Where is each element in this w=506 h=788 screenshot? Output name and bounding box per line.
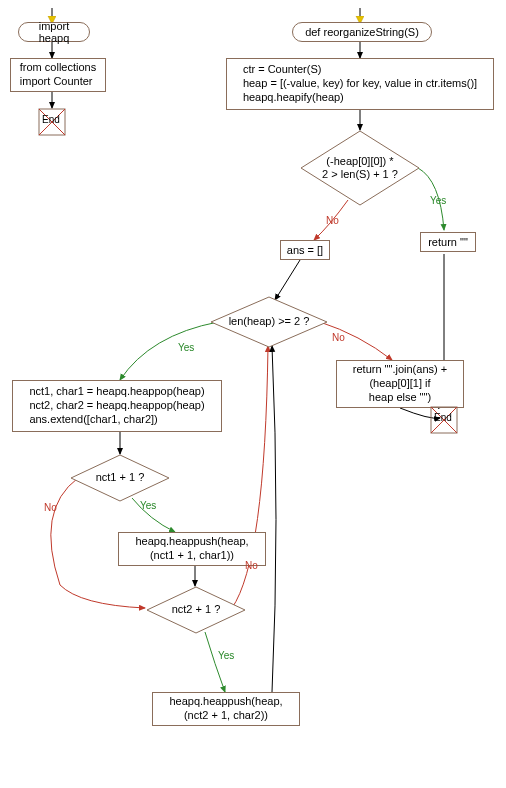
flow2-end-text: End (434, 412, 452, 423)
return-empty-node: return "" (420, 232, 476, 252)
cond3-text: nct1 + 1 ? (96, 471, 145, 484)
cond1-yes-label: Yes (430, 195, 446, 206)
func-def-text: def reorganizeString(S) (305, 26, 419, 38)
import-heapq-node: import heapq (18, 22, 90, 42)
return-join-text: return "".join(ans) + (heap[0][1] if hea… (353, 363, 447, 404)
cond2-no-label: No (332, 332, 345, 343)
cond1-text: (-heap[0][0]) * 2 > len(S) + 1 ? (322, 155, 398, 181)
init-box-text: ctr = Counter(S) heap = [(-value, key) f… (243, 63, 477, 104)
pop-box-text: nct1, char1 = heapq.heappop(heap) nct2, … (29, 385, 204, 426)
cond1-no-label: No (326, 215, 339, 226)
push2-text: heapq.heappush(heap, (nct2 + 1, char2)) (169, 695, 282, 723)
flow1-end-text: End (42, 114, 60, 125)
ans-init-text: ans = [] (287, 244, 323, 256)
cond3-yes-label: Yes (140, 500, 156, 511)
push1-text: heapq.heappush(heap, (nct1 + 1, char1)) (135, 535, 248, 563)
func-def-node: def reorganizeString(S) (292, 22, 432, 42)
flow2-end-node: End (430, 406, 458, 434)
import-counter-node: from collections import Counter (10, 58, 106, 92)
import-heapq-text: import heapq (25, 20, 83, 44)
cond2-yes-label: Yes (178, 342, 194, 353)
push1-node: heapq.heappush(heap, (nct1 + 1, char1)) (118, 532, 266, 566)
cond4-text: nct2 + 1 ? (172, 603, 221, 616)
cond2-text: len(heap) >= 2 ? (229, 315, 310, 328)
cond4-node: nct2 + 1 ? (146, 586, 246, 634)
return-empty-text: return "" (428, 236, 468, 248)
cond1-node: (-heap[0][0]) * 2 > len(S) + 1 ? (300, 130, 420, 206)
cond3-no-label: No (44, 502, 57, 513)
cond3-node: nct1 + 1 ? (70, 454, 170, 502)
flow1-end-node: End (38, 108, 66, 136)
pop-box-node: nct1, char1 = heapq.heappop(heap) nct2, … (12, 380, 222, 432)
import-counter-text: from collections import Counter (20, 61, 96, 89)
return-join-node: return "".join(ans) + (heap[0][1] if hea… (336, 360, 464, 408)
push2-node: heapq.heappush(heap, (nct2 + 1, char2)) (152, 692, 300, 726)
cond4-no-label: No (245, 560, 258, 571)
cond2-node: len(heap) >= 2 ? (210, 296, 328, 348)
cond4-yes-label: Yes (218, 650, 234, 661)
svg-line-6 (275, 260, 300, 300)
ans-init-node: ans = [] (280, 240, 330, 260)
init-box-node: ctr = Counter(S) heap = [(-value, key) f… (226, 58, 494, 110)
